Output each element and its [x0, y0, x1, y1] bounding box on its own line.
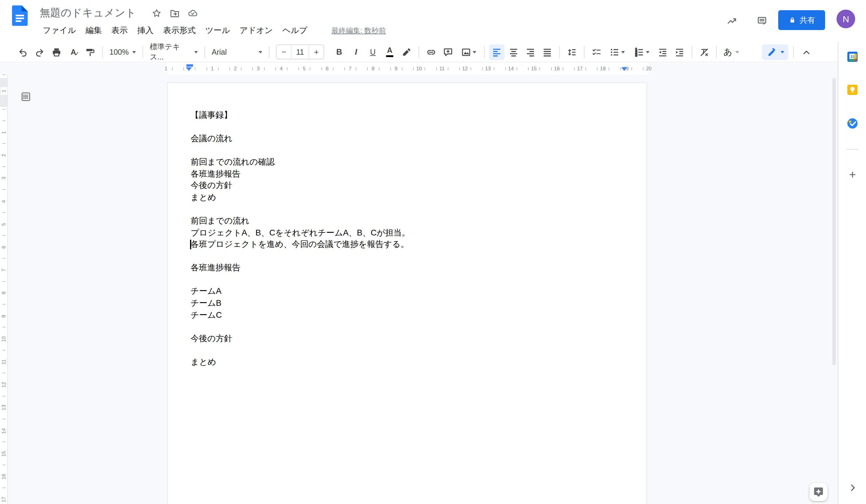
calendar-date-label: 31	[850, 54, 855, 59]
scrollbar-thumb[interactable]	[832, 78, 836, 365]
align-right-button[interactable]	[523, 44, 538, 60]
doc-line[interactable]: チームB	[191, 297, 625, 309]
zoom-select[interactable]: 100%	[107, 44, 138, 60]
left-indent-marker[interactable]	[186, 67, 192, 71]
first-line-indent-marker[interactable]	[186, 64, 193, 67]
menu-item-format[interactable]: 表示形式	[163, 25, 196, 36]
line-spacing-button[interactable]	[564, 44, 580, 60]
google-docs-logo-icon[interactable]	[12, 5, 27, 26]
open-side-panel-chevron[interactable]	[847, 482, 858, 493]
chevron-down-icon	[258, 51, 262, 53]
doc-line[interactable]	[191, 121, 625, 133]
doc-line[interactable]	[191, 203, 625, 215]
doc-line[interactable]: プロジェクトA、B、CをそれぞれチームA、B、Cが担当。	[191, 227, 625, 239]
right-indent-marker[interactable]	[621, 67, 627, 71]
comments-icon[interactable]	[754, 13, 770, 29]
google-tasks-icon[interactable]	[847, 118, 858, 128]
doc-line[interactable]	[191, 321, 625, 332]
show-outline-button[interactable]	[19, 90, 32, 103]
doc-line[interactable]: まとめ	[191, 192, 625, 203]
doc-line[interactable]: 各班進捗報告	[191, 168, 625, 180]
underline-button[interactable]: U	[365, 44, 381, 60]
v-ruler-number: 14	[1, 427, 7, 435]
doc-line[interactable]: チームA	[191, 286, 625, 297]
doc-line[interactable]: 各班進捗報告	[191, 262, 625, 274]
bulleted-list-button[interactable]	[606, 44, 629, 60]
highlight-color-button[interactable]	[399, 44, 414, 60]
checklist-button[interactable]	[589, 44, 604, 60]
menu-item-addons[interactable]: アドオン	[240, 25, 273, 36]
print-button[interactable]	[49, 44, 64, 60]
paragraph-styles-select[interactable]: 標準テキス...	[147, 44, 200, 60]
font-size-input[interactable]: 11	[291, 45, 309, 59]
input-method-button[interactable]: あ	[721, 44, 742, 60]
numbered-list-button[interactable]: 123	[630, 44, 654, 60]
menu-item-view[interactable]: 表示	[112, 25, 128, 36]
explore-button[interactable]	[810, 483, 828, 501]
doc-line[interactable]: 前回までの流れ	[191, 215, 625, 227]
document-title[interactable]: 無題のドキュメント	[40, 5, 136, 20]
vertical-ruler[interactable]: 1 1234567891011121314151617	[0, 75, 8, 504]
doc-line[interactable]: チームC	[191, 309, 625, 321]
menu-item-tools[interactable]: ツール	[206, 25, 230, 36]
paint-format-button[interactable]	[82, 44, 98, 60]
doc-line[interactable]	[191, 251, 625, 262]
google-keep-icon[interactable]	[847, 85, 858, 95]
spellcheck-button[interactable]: A✓	[66, 44, 81, 60]
horizontal-ruler[interactable]: 1 1234567891011121314151617181920	[0, 63, 838, 75]
pencil-icon	[767, 47, 778, 57]
toolbar-divider	[793, 46, 794, 58]
zoom-value: 100%	[109, 48, 129, 56]
increase-font-size-button[interactable]: +	[309, 45, 324, 59]
redo-button[interactable]	[32, 44, 47, 60]
font-select[interactable]: Arial	[209, 44, 265, 60]
add-comment-button[interactable]	[440, 44, 456, 60]
google-calendar-icon[interactable]: 31	[847, 51, 858, 62]
menu-item-edit[interactable]: 編集	[86, 25, 102, 36]
clear-formatting-button[interactable]	[696, 44, 712, 60]
doc-line[interactable]: 今後の方針	[191, 332, 625, 344]
v-ruler-number: 3	[1, 174, 7, 182]
last-edited-link[interactable]: 最終編集: 数秒前	[331, 25, 386, 36]
h-ruler-number: 5	[302, 65, 307, 72]
italic-button[interactable]: I	[348, 44, 364, 60]
h-ruler-number: 1	[210, 65, 215, 72]
doc-line[interactable]: 前回までの流れの確認	[191, 157, 625, 168]
increase-indent-button[interactable]	[672, 44, 687, 60]
avatar[interactable]: N	[836, 10, 855, 28]
insert-link-button[interactable]	[423, 44, 439, 60]
doc-line[interactable]	[191, 274, 625, 286]
justify-button[interactable]	[540, 44, 555, 60]
doc-line[interactable]: 各班プロジェクトを進め、今回の会議で進捗を報告する。	[191, 239, 625, 250]
doc-line[interactable]: 会議の流れ	[191, 133, 625, 145]
activity-trending-icon[interactable]	[724, 13, 740, 29]
editing-mode-button[interactable]	[762, 44, 789, 60]
decrease-indent-button[interactable]	[655, 44, 670, 60]
menu-item-help[interactable]: ヘルプ	[282, 25, 307, 36]
h-ruler-number: 16	[553, 65, 561, 72]
text-color-button[interactable]: A	[382, 44, 398, 60]
bold-button[interactable]: B	[331, 44, 347, 60]
move-to-folder-icon[interactable]	[170, 8, 180, 18]
insert-image-button[interactable]	[457, 44, 480, 60]
menu-item-file[interactable]: ファイル	[43, 25, 76, 36]
decrease-font-size-button[interactable]: −	[277, 45, 291, 59]
toolbar-divider	[102, 46, 103, 58]
collapse-toolbar-button[interactable]	[799, 44, 814, 60]
doc-line[interactable]: まとめ	[191, 356, 625, 368]
star-icon[interactable]	[152, 8, 162, 18]
align-left-button[interactable]	[489, 44, 504, 60]
align-center-button[interactable]	[506, 44, 521, 60]
doc-line[interactable]	[191, 145, 625, 156]
doc-line[interactable]: 【議事録】	[191, 109, 625, 121]
page[interactable]: 【議事録】 会議の流れ 前回までの流れの確認各班進捗報告今後の方針まとめ 前回ま…	[167, 82, 647, 504]
get-addons-button[interactable]: +	[839, 168, 866, 181]
menu-item-insert[interactable]: 挿入	[137, 25, 154, 36]
cloud-saved-icon[interactable]	[188, 8, 198, 18]
doc-line[interactable]	[191, 344, 625, 356]
chevron-down-icon	[621, 51, 625, 53]
h-ruler-number: 11	[438, 65, 446, 72]
doc-line[interactable]: 今後の方針	[191, 180, 625, 192]
undo-button[interactable]	[15, 44, 31, 60]
share-button[interactable]: 共有	[778, 10, 825, 30]
